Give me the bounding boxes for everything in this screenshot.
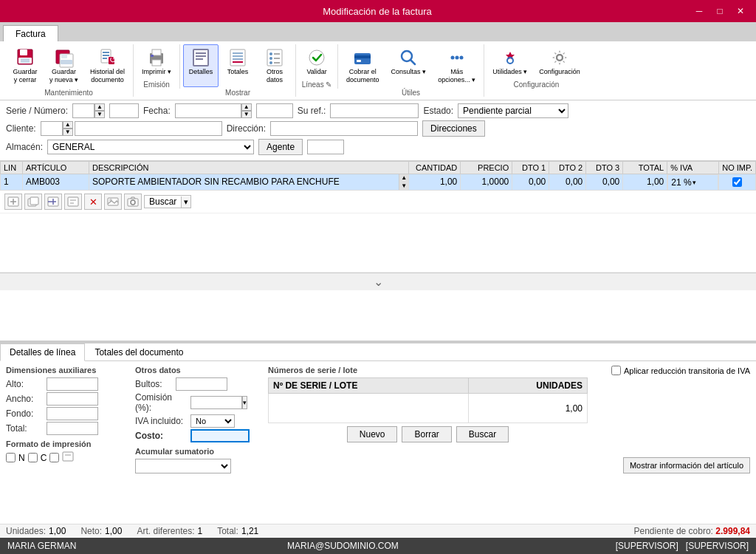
formato-n-checkbox[interactable] [6,453,16,462]
noimp-checkbox[interactable] [732,177,742,187]
fecha-down-btn[interactable]: ▼ [241,111,252,118]
photo-btn[interactable] [124,194,142,210]
fecha-input[interactable]: 11/01/20XX [175,103,241,118]
costo-input[interactable]: 0,0000 [190,429,250,442]
toolbar-group-mantenimiento: Guardary cerrar Guardary nueva ▾ [4,44,134,97]
cliente-nombre-input[interactable]: MARIA GERMAN TRIGO [75,121,222,136]
guardar-nueva-button[interactable]: Guardary nueva ▾ [44,44,83,87]
utilidades-button[interactable]: Utilidades ▾ [487,44,532,79]
cell-lin: 1 [1,174,23,191]
formato-impresion-label: Formato de impresión [6,440,128,448]
serie-up-btn[interactable]: ▲ [94,103,105,111]
guardar-cerrar-button[interactable]: Guardary cerrar [7,44,43,87]
buscar-serie-btn[interactable]: Buscar [456,426,509,442]
fecha-label: Fecha: [143,106,171,116]
direccion-input[interactable] [270,121,418,136]
detalles-button[interactable]: Detalles [183,44,219,87]
bultos-input[interactable]: 0,00 [176,377,227,391]
svg-rect-3 [21,58,30,63]
nuevo-serie-btn[interactable]: Nuevo [347,426,398,442]
delete-row-btn[interactable]: ✕ [84,194,102,210]
image-btn[interactable] [104,194,122,210]
cobrar-button[interactable]: Cobrar eldocumento [341,44,385,87]
iva-incluido-label: IVA incluido: [135,416,190,426]
search-dropdown-btn[interactable]: ▾ [181,196,190,208]
svg-rect-17 [151,55,154,57]
scroll-down-btn[interactable]: ▼ [399,182,408,190]
status-bar: MARIA GERMAN MARIA@SUDOMINIO.COM [SUPERV… [0,538,756,554]
tab-factura[interactable]: Factura [3,25,58,41]
iva-reduccion-checkbox[interactable] [611,366,621,375]
consultas-button[interactable]: Consultas ▾ [386,44,432,87]
iva-dropdown-btn[interactable]: ▾ [693,179,696,186]
col-noimp: NO IMP. [719,161,756,174]
validar-button[interactable]: Validar [299,44,334,79]
table-row[interactable]: 1 AMB003 SOPORTE AMBIENTADOR SIN RECAMBI… [1,174,756,191]
direcciones-button[interactable]: Direcciones [422,120,485,137]
estado-select[interactable]: Pendiente parcial [458,103,568,118]
formato-c-checkbox[interactable] [28,453,38,462]
alto-input[interactable]: 0,000 [47,377,98,391]
fondo-label: Fondo: [6,408,47,419]
mostrar-articulo-btn[interactable]: Mostrar información del artículo [623,457,750,473]
acumular-select[interactable] [135,459,231,473]
cliente-id-input[interactable]: 1 [41,121,63,136]
lineas-group-label: Líneas ✎ [302,81,332,89]
formato-3-checkbox[interactable] [49,453,59,462]
agente-input[interactable]: 0 [307,140,344,154]
totales-button[interactable]: Totales [220,44,255,87]
cliente-up-btn[interactable]: ▲ [63,121,73,129]
insert-row-btn[interactable] [44,194,62,210]
fecha-up-btn[interactable]: ▲ [241,103,252,111]
new-row-btn[interactable] [4,194,22,210]
tab-totales-documento[interactable]: Totales del documento [85,343,193,360]
edit-row-btn[interactable] [64,194,82,210]
fondo-input[interactable]: 0,000 [47,407,98,420]
mas-opciones-button[interactable]: Másopciones... ▾ [433,44,481,87]
pendiente-label: Pendiente de cobro: [634,526,713,536]
svg-rect-10 [103,55,109,56]
otros-datos-button[interactable]: Otrosdatos [257,44,292,87]
iva-incluido-select[interactable]: No Sí [190,414,235,428]
utilidades-label: Utilidades ▾ [492,68,527,76]
title-bar: Modificación de la factura ─ □ ✕ [0,0,756,22]
consultas-icon [396,47,420,68]
cliente-down-btn[interactable]: ▼ [63,129,73,136]
tab-detalles-linea[interactable]: Detalles de línea [0,343,85,361]
borrar-serie-btn[interactable]: Borrar [402,426,451,442]
status-email: MARIA@SUDOMINIO.COM [231,541,455,551]
cell-noimp[interactable] [719,174,756,191]
minimize-button[interactable]: ─ [690,4,709,18]
ancho-input[interactable]: 0,000 [47,392,98,406]
copy-row-btn[interactable] [24,194,42,210]
status-role2: [SUPERVISOR] [686,541,749,551]
series-section: Números de serie / lote Nº DE SERIE / LO… [268,366,588,473]
comision-dropdown-btn[interactable]: ▾ [242,396,247,409]
validar-icon [305,47,329,68]
configuracion-button[interactable]: Configuración [534,44,585,79]
su-ref-input[interactable] [330,103,419,118]
historial-button[interactable]: ↺ Historial deldocumento [85,44,130,87]
series-col-serie: Nº DE SERIE / LOTE [269,378,469,394]
svg-rect-26 [233,61,243,63]
imprimir-button[interactable]: Imprimir ▾ [137,44,176,79]
numero-input[interactable]: 25 [109,103,139,118]
scroll-up-btn[interactable]: ▲ [399,174,408,182]
serie-down-btn[interactable]: ▼ [94,111,105,118]
collapse-btn[interactable]: ⌄ [0,273,756,290]
hora-input[interactable]: 11:21 [256,103,293,118]
bultos-label: Bultos: [135,379,176,389]
summary-pendiente: Pendiente de cobro: 2.999,84 [634,526,750,536]
serie-input[interactable]: 1 [72,103,94,118]
bottom-tabs: Detalles de línea Totales del documento [0,343,756,361]
close-button[interactable]: ✕ [731,4,750,18]
agente-button[interactable]: Agente [258,139,303,155]
comision-input[interactable]: 0,000 [190,396,242,409]
maximize-button[interactable]: □ [710,4,729,18]
svg-rect-63 [63,452,73,461]
svg-rect-35 [354,53,371,64]
cell-iva[interactable]: 21 % ▾ [667,174,718,191]
serie-spinner[interactable]: 1 ▲ ▼ [72,103,105,118]
almacen-select[interactable]: GENERAL [47,140,254,154]
total-dim-input[interactable]: 0,000 [47,422,98,435]
